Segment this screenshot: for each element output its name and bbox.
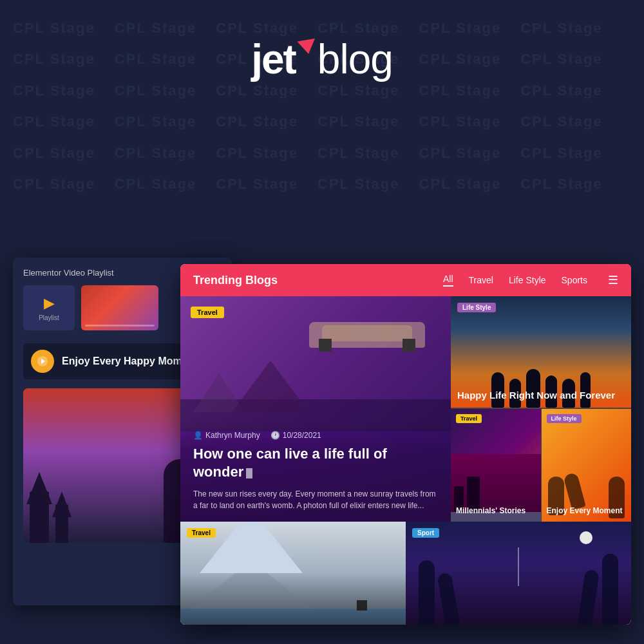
content-area: Travel 👤 Kathryn Murphy 🕐 10/28/2021 How…: [180, 296, 631, 522]
small-right-bg: [542, 409, 632, 522]
clock-icon: 🕐: [270, 431, 280, 440]
sidebar-small-left-title: Millennials' Stories: [456, 506, 536, 516]
sidebar-articles: Life Style Happy Life Right Now and Fore…: [451, 296, 631, 522]
article-meta: 👤 Kathryn Murphy 🕐 10/28/2021: [193, 431, 438, 440]
car-scene: [303, 303, 431, 354]
bottom-sport-badge: Sport: [412, 528, 439, 538]
article-text-area: 👤 Kathryn Murphy 🕐 10/28/2021 How one ca…: [180, 421, 451, 522]
travel-badge-small-left: Travel: [456, 414, 482, 423]
lifestyle-badge-top: Life Style: [457, 303, 496, 312]
trending-header: Trending Blogs All Travel Life Style Spo…: [180, 264, 631, 296]
player1: [419, 560, 435, 625]
text-cursor: [246, 468, 252, 478]
bottom-article-sport[interactable]: Sport: [406, 522, 631, 625]
mountain-center: [232, 361, 309, 412]
playlist-thumbnail: [81, 285, 158, 330]
mountain-snow-top: [200, 522, 303, 573]
trending-title: Trending Blogs: [193, 274, 443, 287]
enjoy-icon: [31, 350, 54, 373]
bottom-overlay-left: [180, 573, 406, 625]
wheel-right: [402, 339, 415, 352]
logo: jet blog: [251, 39, 393, 80]
nav-travel[interactable]: Travel: [469, 275, 493, 285]
car-top: [322, 325, 412, 341]
wheel-left: [319, 339, 332, 352]
hamburger-icon[interactable]: ☰: [608, 273, 618, 287]
trending-nav: All Travel Life Style Sports ☰: [443, 273, 618, 287]
sidebar-small-right-title: Enjoy Every Moment: [547, 506, 627, 516]
user-icon: 👤: [193, 431, 203, 440]
sidebar-small-right[interactable]: Life Style Enjoy Every Moment: [542, 409, 632, 522]
sidebar-small-left[interactable]: Travel Millennials' Stories: [451, 409, 542, 522]
main-article[interactable]: Travel 👤 Kathryn Murphy 🕐 10/28/2021 How…: [180, 296, 451, 522]
small-left-bg: [451, 409, 541, 522]
tree-top: [26, 472, 52, 504]
sidebar-bottom: Travel Millennials' Stories Life Style E…: [451, 409, 631, 522]
travel-badge: Travel: [191, 307, 224, 318]
author: 👤 Kathryn Murphy: [193, 431, 260, 440]
logo-blog-text: blog: [317, 39, 393, 80]
logo-jet-text: jet: [251, 39, 296, 80]
player3: [602, 554, 618, 625]
enjoy-text: Enjoy Every Happy Mome...: [62, 355, 196, 367]
nav-lifestyle[interactable]: Life Style: [509, 275, 546, 285]
playlist-label: Playlist: [39, 314, 59, 321]
nav-sports[interactable]: Sports: [562, 275, 587, 285]
article-excerpt: The new sun rises every day. Every momen…: [193, 488, 438, 511]
playlist-icon-box[interactable]: ▶ Playlist: [23, 285, 75, 330]
date: 🕐 10/28/2021: [270, 431, 321, 440]
trending-blogs-panel: Trending Blogs All Travel Life Style Spo…: [180, 264, 631, 625]
logo-arrow-icon: [297, 39, 317, 56]
nav-all[interactable]: All: [443, 274, 453, 287]
volleyball: [580, 531, 592, 544]
sidebar-top-article[interactable]: Life Style Happy Life Right Now and Fore…: [451, 296, 631, 409]
bottom-row: Travel Sport: [180, 522, 631, 625]
sidebar-top-title: Happy Life Right Now and Forever: [457, 389, 625, 402]
volleyball-net: [518, 547, 519, 586]
lifestyle-badge-small: Life Style: [547, 414, 582, 423]
tree2-top: [52, 491, 71, 517]
article-title: How one can live a life full of wonder: [193, 445, 438, 482]
bottom-article-travel[interactable]: Travel: [180, 522, 406, 625]
play-icon: ▶: [44, 295, 55, 312]
